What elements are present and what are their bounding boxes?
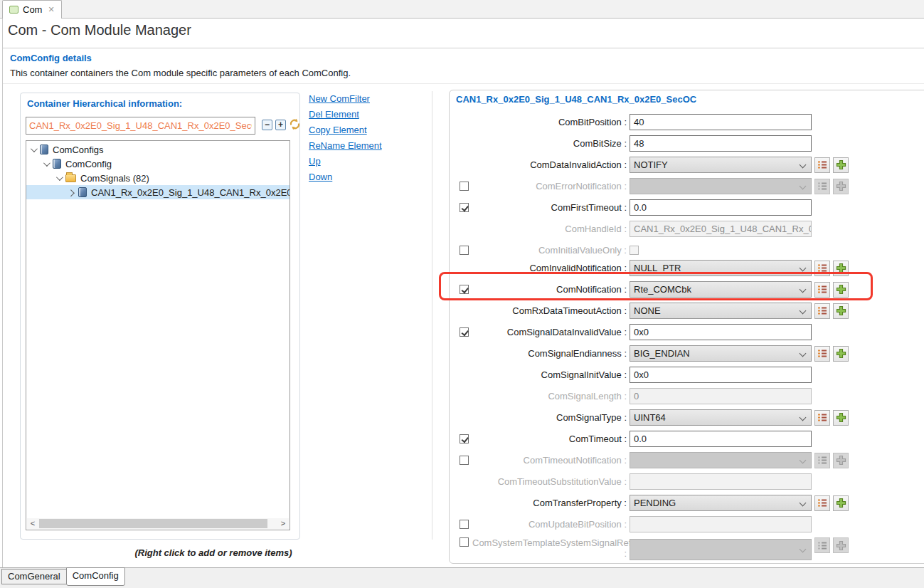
action-link[interactable]: New ComFilter	[309, 94, 382, 104]
dropdown[interactable]: NONE	[630, 303, 812, 319]
enable-checkbox[interactable]	[460, 537, 469, 547]
text-input[interactable]: CAN1_Rx_0x2E0_Sig_1_U48_CAN1_Rx_0x2E0_	[630, 221, 812, 237]
dropdown[interactable]	[630, 178, 812, 194]
dropdown[interactable]	[630, 539, 812, 560]
scroll-left-arrow[interactable]: <	[28, 518, 38, 529]
scroll-right-arrow[interactable]: >	[278, 518, 288, 529]
enable-checkbox[interactable]	[460, 285, 469, 294]
list-button[interactable]	[814, 261, 830, 276]
hierarchy-heading: Container Hierarchical information:	[27, 98, 182, 109]
tree-item[interactable]: CAN1_Rx_0x2E0_Sig_1_U48_CAN1_Rx_0x2E0_Se…	[26, 185, 290, 199]
text-input[interactable]: 0.0	[630, 431, 812, 447]
list-button[interactable]	[814, 537, 830, 553]
dropdown[interactable]: UINT64	[630, 409, 812, 426]
list-button[interactable]	[814, 303, 830, 319]
text-input[interactable]: 0	[630, 388, 812, 404]
tree-expander-icon[interactable]	[68, 189, 75, 196]
field-label: ComSignalDataInvalidValue :	[472, 327, 627, 337]
form-row: ComErrorNotification :	[460, 178, 849, 194]
action-link[interactable]: Del Element	[309, 110, 382, 120]
sync-icon[interactable]	[289, 118, 301, 133]
bottom-tab[interactable]: ComConfig	[66, 567, 125, 586]
text-input[interactable]	[630, 473, 812, 490]
text-input[interactable]: 40	[630, 114, 812, 130]
list-icon	[817, 285, 827, 294]
text-input[interactable]: 0x0	[630, 324, 812, 340]
enable-checkbox[interactable]	[460, 456, 469, 465]
field-label: ComBitSize :	[472, 138, 627, 149]
filter-input[interactable]	[26, 117, 255, 135]
list-icon	[817, 456, 827, 465]
form-row: ComSignalLength : 0	[460, 388, 849, 404]
text-input[interactable]: 0x0	[630, 367, 812, 383]
chevron-down-icon	[800, 162, 807, 169]
tree-item[interactable]: ComConfig	[26, 157, 290, 171]
dropdown[interactable]: Rte_COMCbk	[630, 281, 812, 298]
text-input[interactable]	[630, 516, 812, 532]
enable-checkbox[interactable]	[460, 327, 469, 337]
tree-expander-icon[interactable]	[31, 145, 38, 152]
bottom-tab[interactable]: ComGeneral	[1, 569, 67, 584]
list-button[interactable]	[814, 157, 830, 173]
text-input[interactable]: 0.0	[630, 199, 812, 216]
field-label: ComSignalInitValue :	[472, 369, 627, 380]
add-button[interactable]	[833, 157, 849, 173]
add-button[interactable]	[833, 179, 849, 194]
list-button[interactable]	[814, 282, 830, 298]
list-button[interactable]	[814, 346, 830, 362]
enable-checkbox[interactable]	[460, 182, 469, 191]
field-label: ComTimeout :	[472, 434, 627, 444]
add-button[interactable]	[833, 453, 849, 468]
list-icon	[817, 160, 827, 169]
expand-all-button[interactable]: +	[275, 120, 286, 130]
action-link[interactable]: ReName Element	[309, 141, 382, 151]
list-button[interactable]	[814, 179, 830, 194]
enable-checkbox[interactable]	[460, 203, 469, 212]
dropdown[interactable]: PENDING	[630, 495, 812, 511]
form-rows: ComBitPosition : 40 ComBitSize : 48	[450, 114, 849, 567]
add-button[interactable]	[833, 495, 849, 511]
add-button[interactable]	[833, 261, 849, 276]
tree-expander-icon[interactable]	[43, 159, 51, 167]
list-icon	[817, 182, 827, 191]
module-icon	[53, 159, 61, 169]
action-link[interactable]: Down	[309, 172, 382, 182]
scrollbar-thumb[interactable]	[39, 519, 267, 528]
editor-tab-com[interactable]: Com ✕	[2, 0, 62, 19]
enable-checkbox[interactable]	[460, 434, 469, 443]
dropdown[interactable]: BIG_ENDIAN	[630, 345, 812, 362]
action-link[interactable]: Copy Element	[309, 125, 382, 135]
list-button[interactable]	[814, 495, 830, 511]
list-icon	[817, 349, 827, 358]
form-row: ComSignalType : UINT64	[460, 409, 849, 426]
tree-expander-icon[interactable]	[56, 174, 63, 181]
add-button[interactable]	[833, 282, 849, 298]
dropdown[interactable]	[630, 452, 812, 468]
add-button[interactable]	[833, 410, 849, 426]
divider	[3, 48, 924, 48]
text-input[interactable]: 48	[630, 135, 812, 152]
add-button[interactable]	[833, 303, 849, 319]
tree-item[interactable]: ComConfigs	[26, 142, 290, 157]
enable-checkbox[interactable]	[460, 246, 469, 255]
close-icon[interactable]: ✕	[48, 5, 54, 14]
horizontal-scrollbar[interactable]: < >	[27, 518, 289, 529]
field-label: ComInvalidNotification :	[472, 263, 627, 273]
dropdown[interactable]: NULL_PTR	[630, 260, 812, 276]
add-button[interactable]	[833, 537, 849, 553]
field-label: ComBitPosition :	[472, 117, 627, 127]
list-button[interactable]	[814, 453, 830, 468]
dropdown[interactable]: NOTIFY	[630, 157, 812, 173]
field-label: ComRxDataTimeoutAction :	[472, 305, 627, 316]
plus-icon	[836, 348, 846, 359]
action-links: New ComFilterDel ElementCopy ElementReNa…	[309, 94, 382, 188]
enable-checkbox[interactable]	[460, 520, 469, 529]
collapse-all-button[interactable]: −	[262, 120, 272, 130]
form-row: ComNotification : Rte_COMCbk	[460, 281, 849, 298]
value-checkbox[interactable]	[630, 246, 639, 255]
form-row: ComTimeoutSubstitutionValue :	[460, 473, 849, 490]
action-link[interactable]: Up	[309, 157, 382, 167]
add-button[interactable]	[833, 346, 849, 362]
tree-item[interactable]: ComSignals (82)	[26, 171, 290, 185]
list-button[interactable]	[814, 410, 830, 426]
